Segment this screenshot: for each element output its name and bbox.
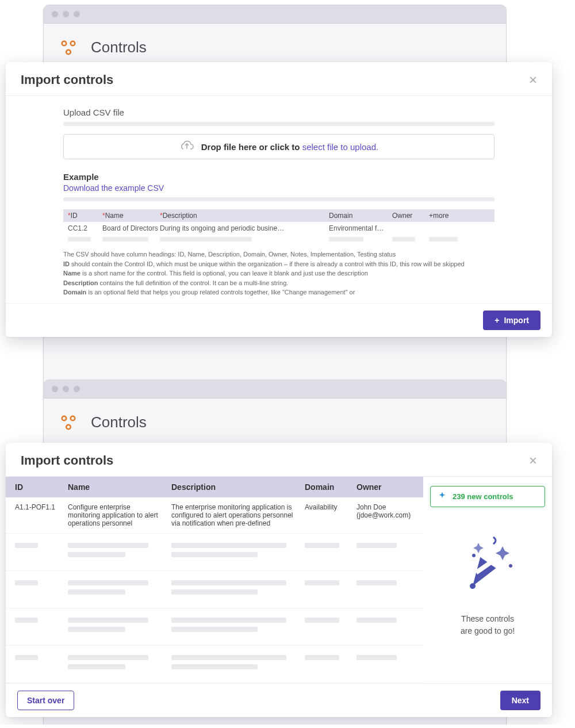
import-controls-modal: Import controls × Upload CSV file Drop f… [6,62,552,337]
svg-point-1 [71,41,75,45]
upload-label: Upload CSV file [63,108,494,117]
preview-table: ID Name Description Domain Owner A1.1-PO… [6,477,423,683]
plus-icon: + [494,316,499,325]
table-header: ID Name Description Domain Owner +more [63,209,494,222]
import-button-label: Import [504,316,529,325]
col-domain: Domain [305,482,356,492]
placeholder-row [6,534,423,571]
divider [63,122,494,126]
placeholder-row [6,608,423,646]
col-id: ID [15,482,68,492]
close-icon[interactable]: × [529,454,537,468]
controls-app-icon [60,39,77,56]
file-dropzone[interactable]: Drop file here or click to select file t… [63,134,494,159]
select-file-link[interactable]: select file to upload. [302,142,379,152]
col-domain: Domain [329,212,392,220]
cell-id: A1.1-POF1.1 [15,503,68,527]
modal-title: Import controls [21,72,113,87]
new-controls-badge: 239 new controls [430,486,545,507]
traffic-lights [52,11,80,17]
col-description: Description [171,482,305,492]
col-more: +more [429,212,463,220]
cell-owner: John Doe (jdoe@work.com) [356,503,414,527]
svg-point-4 [71,416,75,420]
page-title: Controls [91,39,147,56]
placeholder-row [6,646,423,683]
cell-description: During its ongoing and periodic busine… [160,224,329,232]
cell-name: Configure enterprise monitoring applicat… [68,503,171,527]
cell-id: CC1.2 [68,224,102,232]
cell-domain: Environmental f… [329,224,392,232]
sparkle-icon [438,491,447,502]
col-description: Description [160,212,329,220]
modal-title: Import controls [21,453,113,468]
cell-domain: Availability [305,503,356,527]
svg-point-2 [66,49,71,54]
table-row: CC1.2 Board of Directors During its ongo… [63,222,494,235]
cell-description: The enterprise monitoring application is… [171,503,305,527]
download-example-link[interactable]: Download the example CSV [63,183,164,193]
placeholder-row [6,571,423,608]
table-row: A1.1-POF1.1 Configure enterprise monitor… [6,497,423,534]
page-title: Controls [91,413,147,431]
start-over-button[interactable]: Start over [17,691,74,710]
col-name: Name [102,212,160,220]
window-titlebar [44,5,506,24]
svg-point-3 [62,416,67,420]
dropzone-text: Drop file here or click to select file t… [201,142,378,152]
placeholder-row [63,235,494,244]
col-id: ID [68,212,102,220]
help-line: The CSV should have column headings: ID,… [63,250,494,259]
example-heading: Example [63,172,494,182]
controls-app-icon [60,414,77,431]
cell-name: Board of Directors [102,224,160,232]
col-owner: Owner [392,212,429,220]
import-button[interactable]: + Import [483,311,540,330]
traffic-lights [52,386,80,392]
window-titlebar [44,380,506,399]
badge-text: 239 new controls [453,492,513,501]
csv-help-text: The CSV should have column headings: ID,… [63,250,494,297]
next-button[interactable]: Next [500,691,540,710]
svg-point-0 [62,41,67,45]
table-header: ID Name Description Domain Owner [6,477,423,497]
cloud-upload-icon [179,139,194,154]
close-icon[interactable]: × [529,73,537,87]
dropzone-prefix: Drop file here or click to [201,142,302,152]
summary-panel: 239 new controls [423,477,552,683]
divider [63,197,494,201]
svg-point-5 [66,424,71,429]
example-table: ID Name Description Domain Owner +more C… [63,209,494,244]
svg-point-8 [509,564,512,568]
svg-point-7 [472,554,476,557]
party-popper-icon [453,530,522,601]
import-preview-modal: Import controls × ID Name Description Do… [6,443,552,717]
col-name: Name [68,482,171,492]
col-owner: Owner [356,482,414,492]
celebrate-text: These controls are good to go! [461,613,515,637]
